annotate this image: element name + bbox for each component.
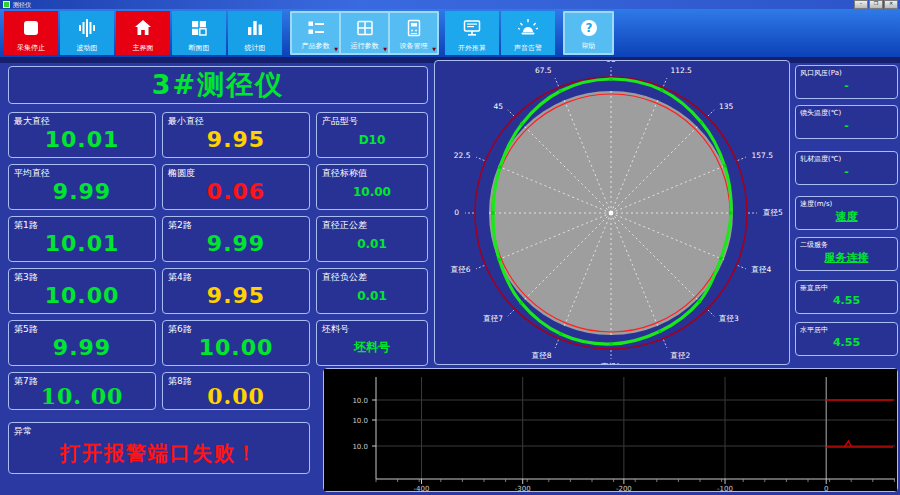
product-params-button[interactable]: 产品参数▼ [292,13,339,53]
trend-y-tick-label: 10.0 [352,443,368,451]
status-link-secondary-service[interactable]: 服务连接 [798,247,895,268]
window-title: 测径仪 [13,1,854,9]
metric-box-minus-tolerance: 直径负公差0.01 [316,268,428,314]
help-button-group: ?帮助 [563,11,614,55]
run-params-button[interactable]: 运行参数▼ [341,13,388,53]
dropdown-caret-icon[interactable]: ▼ [334,47,338,52]
polar-tick-label: 直径8 [531,351,552,360]
section-view-button[interactable]: 断面图 [172,11,226,55]
bars-icon [228,11,282,44]
trend-x-tick-label: -300 [515,485,531,491]
wave-chart-button[interactable]: 波动图 [60,11,114,55]
toolbar-button-label: 声音告警 [514,44,542,52]
sound-alarm-button[interactable]: 声音告警 [501,11,555,55]
polar-tick-label: 45 [493,102,503,111]
parameter-button-group: 产品参数▼运行参数▼设备管理▼ [290,11,439,55]
minimize-button[interactable]: – [854,0,868,9]
extrapolation-button[interactable]: 开外推算 [445,11,499,55]
metric-value: 坯料号 [319,332,425,363]
toolbar-button-label: 主界面 [133,44,154,52]
gauge-title: 3#测径仪 [9,67,427,103]
toolbar-button-label: 统计图 [245,44,266,52]
metric-value: 9.99 [11,332,153,363]
close-button[interactable]: ✕ [884,0,898,9]
status-value: - [798,75,895,96]
polar-tick-label: 90 [606,61,616,64]
metric-value: 0.06 [165,176,307,207]
status-panel-wind-pressure: 风口风压(Pa)- [795,65,898,99]
maximize-button[interactable]: ❐ [869,0,883,9]
window-controls: – ❐ ✕ [854,0,898,9]
metric-value: 10. 00 [11,384,153,407]
metric-value: 0.01 [319,280,425,311]
trend-x-tick-label: 0 [824,485,828,491]
toolbar: 采集停止波动图主界面断面图统计图产品参数▼运行参数▼设备管理▼开外推算声音告警?… [0,9,900,57]
main-screen-button[interactable]: 主界面 [116,11,170,55]
grid4-icon [172,11,226,44]
metric-value: 9.95 [165,280,307,311]
polar-tick-label: 直径7 [482,314,503,323]
metric-box-avg-diameter: 平均直径9.99 [8,164,156,210]
toolbar-button-label: 断面图 [189,44,210,52]
status-panel-lens-temperature: 镜头温度(℃)- [795,105,898,139]
help-button[interactable]: ?帮助 [565,13,612,53]
status-panel-speed: 速度(m/s)速度 [795,196,898,230]
metric-value: 0.01 [319,228,425,259]
metric-value: 9.99 [11,176,153,207]
toolbar-button-label: 采集停止 [17,44,45,52]
metric-value: 10.00 [165,332,307,363]
polar-tick-label: 112.5 [670,66,692,75]
polar-tick-label: 22.5 [454,151,471,160]
device-management-button[interactable]: 设备管理▼ [390,13,437,53]
metric-box-path-8: 第8路0.00 [162,372,310,410]
trend-x-tick-label: -200 [616,485,632,491]
polar-tick-label: 直径5 [762,208,783,217]
toolbar-button-label: 运行参数 [351,42,379,50]
status-panel-material-temperature: 轧材温度(℃)- [795,151,898,185]
trend-y-tick-label: 10.0 [352,417,368,425]
trend-y-tick-label: 10.0 [352,397,368,405]
metric-box-min-diameter: 最小直径9.95 [162,112,310,158]
metric-box-path-6: 第6路10.00 [162,320,310,366]
dropdown-caret-icon[interactable]: ▼ [432,47,436,52]
statistics-chart-button[interactable]: 统计图 [228,11,282,55]
metric-box-product-model: 产品型号D10 [316,112,428,158]
polar-tick-label: 0 [454,208,459,217]
polar-tick-label: 67.5 [535,66,552,75]
polar-tick-label: 157.5 [752,151,774,160]
metric-box-max-diameter: 最大直径10.01 [8,112,156,158]
metric-value: 10.01 [11,124,153,155]
polar-tick-label: 直径3 [718,314,739,323]
table-icon [341,13,388,42]
metric-box-billet-no: 坯料号坯料号 [316,320,428,366]
window-titlebar: 测径仪 – ❐ ✕ [0,0,900,9]
metric-box-ovality: 椭圆度0.06 [162,164,310,210]
status-link-speed[interactable]: 速度 [798,206,895,227]
monitor-icon [445,11,499,44]
device-icon [390,13,437,42]
toolbar-button-label: 波动图 [77,44,98,52]
metric-box-path-2: 第2路9.99 [162,216,310,262]
metric-box-path-5: 第5路9.99 [8,320,156,366]
metric-box-path-1: 第1路10.01 [8,216,156,262]
trend-chart: 10.010.010.0-400-300-200-1000 [324,369,897,491]
dropdown-caret-icon[interactable]: ▼ [383,47,387,52]
metric-value: 10.00 [319,176,425,207]
polar-tick-label: 135 [719,102,734,111]
toolbar-button-label: 开外推算 [458,44,486,52]
metric-value: 10.00 [11,280,153,311]
metric-box-plus-tolerance: 直径正公差0.01 [316,216,428,262]
metric-box-path-4: 第4路9.95 [162,268,310,314]
status-panel-horizontal-center: 水平居中4.55 [795,322,898,356]
cross-section-polar-chart: 直径513590450直径7直径1直径3157.5112.567.522.5直径… [435,61,789,364]
home-icon [116,11,170,44]
trend-chart-panel: 10.010.010.0-400-300-200-1000 [323,368,898,492]
polar-tick-label: 直径4 [751,265,772,274]
polar-tick-label: 直径6 [450,265,471,274]
wave-icon [60,11,114,44]
gauge-title-box: 3#测径仪 [8,66,428,104]
app-icon [3,1,10,8]
stop-acquisition-button[interactable]: 采集停止 [4,11,58,55]
trend-x-tick-label: -100 [717,485,733,491]
status-value: 4.55 [798,290,895,311]
